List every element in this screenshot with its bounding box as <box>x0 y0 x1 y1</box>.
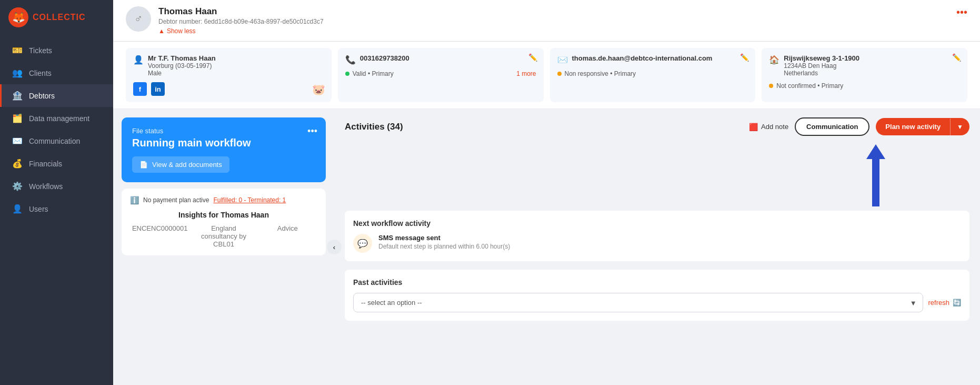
sidebar-item-label: Workflows <box>29 182 63 191</box>
tickets-icon: 🎫 <box>12 45 23 55</box>
sidebar-item-label: Users <box>29 205 48 213</box>
sidebar-item-workflows[interactable]: ⚙️ Workflows <box>0 175 113 198</box>
insight-col3: Advice <box>258 224 317 248</box>
logo[interactable]: 🦊 COLLECTIC <box>0 0 113 35</box>
address-status: Not confirmed • Primary <box>769 82 960 90</box>
view-docs-button[interactable]: 📄 View & add documents <box>132 156 229 173</box>
info-card-personal: 👤 Mr T.F. Thomas Haan Voorburg (03-05-19… <box>126 48 332 102</box>
arrow-body <box>872 159 879 206</box>
sidebar-item-label: Debtors <box>29 92 55 100</box>
file-status-more-icon[interactable]: ••• <box>307 126 317 137</box>
document-icon: 📄 <box>139 161 148 169</box>
debtor-number-value: 6edd1c8d-b09e-463a-8997-de50c01cd3c7 <box>204 18 324 25</box>
insights-title: Insights for Thomas Haan <box>130 211 317 219</box>
past-activities-select-wrapper: -- select an option -- ▼ <box>353 293 923 312</box>
arrow-head <box>866 144 885 159</box>
sms-subtitle: Default next step is planned within 6.00… <box>378 243 510 250</box>
phone-more-link[interactable]: 1 more <box>516 70 536 77</box>
gender-symbol: ♂ <box>134 12 143 26</box>
plan-activity-dropdown-icon[interactable]: ▼ <box>950 119 969 135</box>
note-icon: 🟥 <box>749 123 758 131</box>
file-status-label: File status <box>132 127 315 135</box>
insights-row: ENCENC0000001 England consultancy by CBL… <box>130 224 317 248</box>
file-status-card: File status Running main workflow ••• 📄 … <box>122 117 326 182</box>
email-icon: ✉️ <box>557 55 568 65</box>
plan-activity-label: Plan new activity <box>876 118 950 135</box>
logo-icon: 🦊 <box>8 7 28 27</box>
add-note-label: Add note <box>761 123 788 131</box>
info-cards-row: 👤 Mr T.F. Thomas Haan Voorburg (03-05-19… <box>113 42 980 109</box>
chevron-left-icon: ‹ <box>333 243 335 251</box>
show-less-toggle[interactable]: ▲ Show less <box>158 27 949 35</box>
debtor-name: Thomas Haan <box>158 6 949 17</box>
personal-name: Mr T.F. Thomas Haan <box>148 54 216 62</box>
address-icon: 🏠 <box>769 55 779 65</box>
next-workflow-card: Next workflow activity 💬 SMS message sen… <box>345 211 969 261</box>
payment-card: ℹ️ No payment plan active Fulfilled: 0 -… <box>122 189 326 255</box>
info-icon: ℹ️ <box>130 196 139 204</box>
info-card-email: ✏️ ✉️ thomas.de.haan@debtco-internationa… <box>550 48 756 102</box>
sidebar-item-label: Communication <box>29 137 80 145</box>
file-status-value: Running main workflow <box>132 137 315 149</box>
sidebar-item-communication[interactable]: ✉️ Communication <box>0 130 113 152</box>
facebook-icon[interactable]: f <box>133 82 147 96</box>
communication-button[interactable]: Communication <box>795 117 869 136</box>
users-icon: 👤 <box>12 204 23 214</box>
activities-header: Activities (34) 🟥 Add note Communication… <box>345 117 969 136</box>
add-note-button[interactable]: 🟥 Add note <box>749 123 788 131</box>
fulfilled-link[interactable]: Fulfilled: 0 - Terminated: 1 <box>213 196 286 204</box>
address-line1: Rijswijkseweg 3-1-1900 <box>784 54 859 62</box>
logo-text: COLLECTIC <box>33 13 86 22</box>
past-activities-section: Past activities -- select an option -- ▼… <box>345 270 969 321</box>
edit-email-icon[interactable]: ✏️ <box>740 53 749 62</box>
payment-info: ℹ️ No payment plan active Fulfilled: 0 -… <box>130 196 317 204</box>
arrow-indicator <box>345 144 969 206</box>
main-content: ♂ Thomas Haan Debtor number: 6edd1c8d-b0… <box>113 0 980 385</box>
email-status: Non responsive • Primary <box>557 70 748 77</box>
phone-status-text: Valid • Primary <box>353 70 394 77</box>
debtors-icon: 🏦 <box>12 91 23 101</box>
plan-activity-button[interactable]: Plan new activity ▼ <box>876 118 969 135</box>
past-activities-filter-row: -- select an option -- ▼ refresh 🔄 <box>353 293 961 312</box>
social-icons: f in <box>133 82 324 96</box>
sms-icon: 💬 <box>353 234 372 253</box>
collapse-panel-toggle[interactable]: ‹ <box>327 240 342 254</box>
refresh-label: refresh <box>928 299 949 307</box>
refresh-icon: 🔄 <box>953 299 961 307</box>
blue-arrow <box>866 144 885 206</box>
sms-title: SMS message sent <box>378 234 510 242</box>
email-status-text: Non responsive • Primary <box>565 70 636 77</box>
sidebar-item-data-management[interactable]: 🗂️ Data management <box>0 107 113 130</box>
logo-emoji: 🦊 <box>12 11 25 24</box>
linkedin-icon[interactable]: in <box>151 82 165 96</box>
sidebar-item-users[interactable]: 👤 Users <box>0 198 113 220</box>
phone-icon: 📞 <box>345 55 356 65</box>
address-status-text: Not confirmed • Primary <box>776 82 843 90</box>
sidebar-item-tickets[interactable]: 🎫 Tickets <box>0 39 113 62</box>
insight-col2: England consultancy by CBL01 <box>194 224 253 248</box>
phone-status: Valid • Primary 1 more <box>345 70 536 77</box>
address-line3: Netherlands <box>784 70 859 77</box>
sidebar-item-clients[interactable]: 👥 Clients <box>0 62 113 84</box>
activities-title: Activities (34) <box>345 122 743 132</box>
more-options-icon[interactable]: ••• <box>956 6 967 18</box>
sidebar-item-financials[interactable]: 💰 Financials <box>0 152 113 175</box>
debtor-info: Thomas Haan Debtor number: 6edd1c8d-b09e… <box>158 6 949 35</box>
show-less-label: Show less <box>167 27 196 35</box>
edit-address-icon[interactable]: ✏️ <box>952 53 961 62</box>
next-workflow-label: Next workflow activity <box>353 219 961 228</box>
info-card-address: ✏️ 🏠 Rijswijkseweg 3-1-1900 1234AB Den H… <box>762 48 967 102</box>
financials-icon: 💰 <box>12 159 23 169</box>
debtor-number: Debtor number: 6edd1c8d-b09e-463a-8997-d… <box>158 18 949 25</box>
debtor-header: ♂ Thomas Haan Debtor number: 6edd1c8d-b0… <box>126 6 967 41</box>
status-dot-orange <box>769 84 773 88</box>
avatar: ♂ <box>126 6 151 32</box>
sidebar-nav: 🎫 Tickets 👥 Clients 🏦 Debtors 🗂️ Data ma… <box>0 35 113 385</box>
piggy-bank-icon[interactable]: 🐷 <box>312 83 325 96</box>
refresh-button[interactable]: refresh 🔄 <box>928 299 961 307</box>
sidebar-item-debtors[interactable]: 🏦 Debtors <box>0 84 113 107</box>
past-activities-select[interactable]: -- select an option -- <box>353 293 923 312</box>
right-panel: Activities (34) 🟥 Add note Communication… <box>334 109 980 385</box>
edit-phone-icon[interactable]: ✏️ <box>528 53 537 62</box>
personal-gender: Male <box>148 70 216 77</box>
